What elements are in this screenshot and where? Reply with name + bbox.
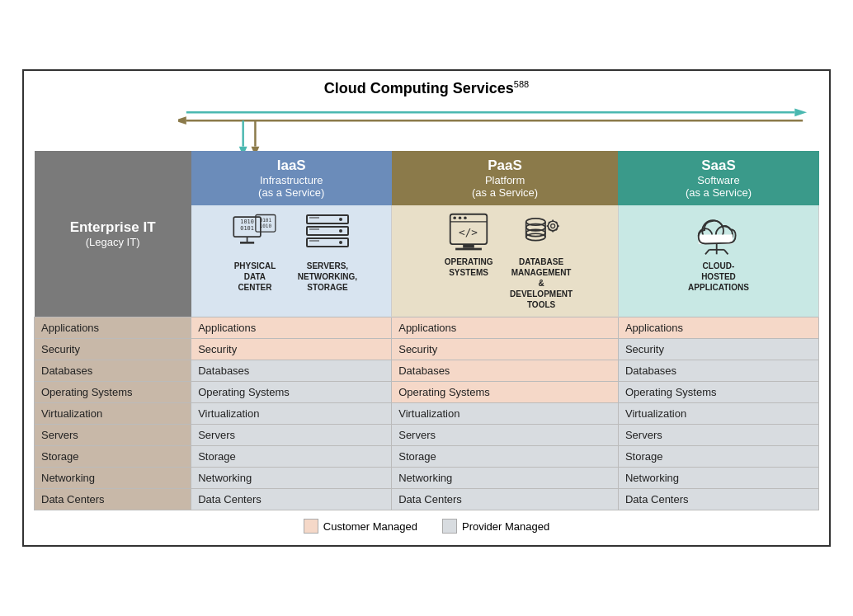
saas-caption1: CLOUD-HOSTEDAPPLICATIONS xyxy=(686,261,752,293)
saas-title: SaaS xyxy=(621,158,815,174)
title-text: Cloud Computing Services xyxy=(324,80,514,96)
table-row: NetworkingNetworkingNetworkingNetworking xyxy=(35,468,819,489)
iaas-cell: Operating Systems xyxy=(191,382,392,403)
svg-point-23 xyxy=(339,241,342,244)
table-row: ServersServersServersServers xyxy=(35,425,819,446)
enterprise-cell: Networking xyxy=(35,468,191,489)
saas-cell: Storage xyxy=(618,446,818,468)
saas-cell: Operating Systems xyxy=(618,382,818,403)
iaas-cell: Networking xyxy=(191,468,392,489)
enterprise-cell: Applications xyxy=(35,317,191,339)
paas-caption2: DATABASEMANAGEMENT& DEVELOPMENTTOOLS xyxy=(508,256,574,310)
paas-caption1: OPERATINGSYSTEMS xyxy=(445,256,493,278)
iaas-cell: Databases xyxy=(191,360,392,382)
iaas-title: IaaS xyxy=(195,158,389,174)
svg-point-28 xyxy=(459,216,462,219)
paas-cell: Data Centers xyxy=(392,489,619,510)
main-container: Cloud Computing Services588 Enterprise I… xyxy=(22,69,831,547)
saas-header: SaaS Software (as a Service) xyxy=(618,151,818,205)
enterprise-header: Enterprise IT (Legacy IT) xyxy=(35,151,191,317)
legend-customer-box xyxy=(304,519,318,534)
svg-text:1010: 1010 xyxy=(240,219,253,225)
svg-text:0101: 0101 xyxy=(260,217,272,223)
saas-sub1: Software xyxy=(621,174,815,186)
svg-marker-1 xyxy=(794,108,807,116)
enterprise-cell: Storage xyxy=(35,446,191,468)
db-icon xyxy=(521,212,562,253)
legend: Customer Managed Provider Managed xyxy=(34,519,819,534)
arrows-svg xyxy=(178,106,811,151)
table-row: StorageStorageStorageStorage xyxy=(35,446,819,468)
legend-customer: Customer Managed xyxy=(304,519,417,534)
enterprise-title: Enterprise IT xyxy=(40,219,186,236)
paas-cell: Security xyxy=(392,339,619,360)
iaas-cell: Applications xyxy=(191,317,392,339)
table-row: Data CentersData CentersData CentersData… xyxy=(35,489,819,510)
iaas-caption1: PHYSICALDATACENTER xyxy=(234,261,276,293)
paas-sub1: Platform xyxy=(395,174,615,186)
svg-text:0101: 0101 xyxy=(240,225,253,232)
paas-cell: Virtualization xyxy=(392,403,619,425)
paas-sub2: (as a Service) xyxy=(395,186,615,199)
svg-point-20 xyxy=(339,229,342,233)
svg-rect-12 xyxy=(240,242,254,244)
svg-point-17 xyxy=(339,218,342,221)
physical-datacenter-icon-wrap: 0101 1010 0101 1010 PHYSICALDATACENTER xyxy=(222,212,288,293)
table-row: ApplicationsApplicationsApplicationsAppl… xyxy=(35,317,819,339)
svg-marker-3 xyxy=(178,116,186,125)
iaas-caption2: SERVERS,NETWORKING,STORAGE xyxy=(298,261,357,293)
svg-line-49 xyxy=(549,229,549,230)
iaas-cell: Virtualization xyxy=(191,403,392,425)
legend-provider: Provider Managed xyxy=(442,519,549,534)
db-icon-wrap: DATABASEMANAGEMENT& DEVELOPMENTTOOLS xyxy=(508,212,574,310)
os-icon: </> xyxy=(448,212,489,253)
paas-cell: Servers xyxy=(392,425,619,446)
paas-title: PaaS xyxy=(395,158,615,174)
enterprise-cell: Security xyxy=(35,339,191,360)
saas-cell: Servers xyxy=(618,425,818,446)
paas-cell: Operating Systems xyxy=(392,382,619,403)
cloud-icon xyxy=(694,212,743,257)
paas-cell: Storage xyxy=(392,446,619,468)
legend-customer-label: Customer Managed xyxy=(323,520,417,533)
iaas-icon-cell: 0101 1010 0101 1010 PHYSICALDATACENTER xyxy=(191,205,392,317)
os-icon-wrap: </> OPERATINGSYSTEMS xyxy=(436,212,502,278)
cloud-icon-wrap: CLOUD-HOSTEDAPPLICATIONS xyxy=(686,212,752,293)
svg-point-41 xyxy=(551,224,555,228)
iaas-sub1: Infrastructure xyxy=(195,174,389,186)
saas-cell: Virtualization xyxy=(618,403,818,425)
enterprise-cell: Databases xyxy=(35,360,191,382)
main-table: Enterprise IT (Legacy IT) IaaS Infrastru… xyxy=(34,151,819,510)
enterprise-cell: Operating Systems xyxy=(35,382,191,403)
paas-cell: Databases xyxy=(392,360,619,382)
enterprise-cell: Data Centers xyxy=(35,489,191,510)
saas-cell: Databases xyxy=(618,360,818,382)
paas-header: PaaS Platform (as a Service) xyxy=(392,151,619,205)
svg-rect-31 xyxy=(463,244,474,248)
saas-cell: Data Centers xyxy=(618,489,818,510)
saas-icon-cell: CLOUD-HOSTEDAPPLICATIONS xyxy=(618,205,818,317)
svg-line-48 xyxy=(556,222,557,223)
svg-point-39 xyxy=(526,233,545,240)
saas-cell: Security xyxy=(618,339,818,360)
saas-cell: Networking xyxy=(618,468,818,489)
svg-line-46 xyxy=(549,222,549,223)
iaas-cell: Storage xyxy=(191,446,392,468)
servers-icon xyxy=(303,212,352,257)
iaas-cell: Servers xyxy=(191,425,392,446)
legend-provider-label: Provider Managed xyxy=(462,520,549,533)
svg-line-59 xyxy=(724,250,728,255)
enterprise-cell: Servers xyxy=(35,425,191,446)
svg-rect-18 xyxy=(309,217,319,219)
svg-rect-32 xyxy=(455,248,482,251)
paas-cell: Applications xyxy=(392,317,619,339)
title-superscript: 588 xyxy=(514,79,529,89)
table-row: VirtualizationVirtualizationVirtualizati… xyxy=(35,403,819,425)
table-row: Operating SystemsOperating SystemsOperat… xyxy=(35,382,819,403)
svg-point-29 xyxy=(464,216,467,219)
svg-marker-7 xyxy=(252,147,260,151)
saas-sub2: (as a Service) xyxy=(621,186,815,199)
svg-line-47 xyxy=(556,229,557,230)
data-rows: ApplicationsApplicationsApplicationsAppl… xyxy=(35,317,819,510)
legend-provider-box xyxy=(442,519,457,534)
